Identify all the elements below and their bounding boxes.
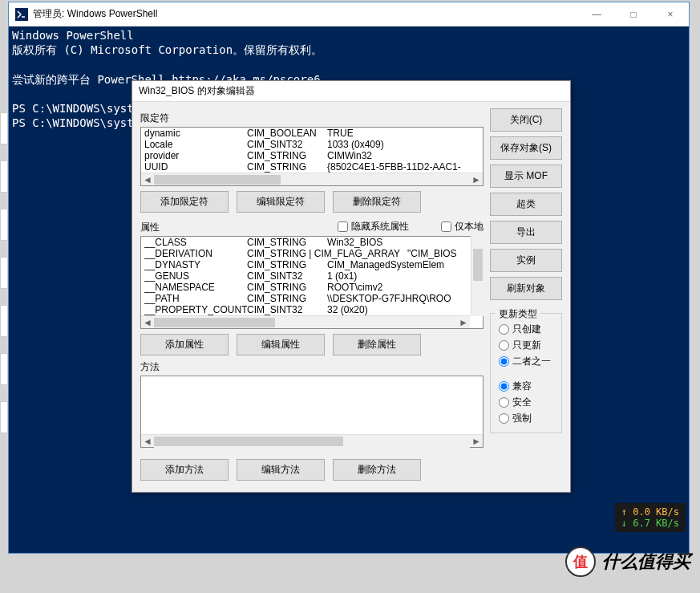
instances-button[interactable]: 实例: [490, 249, 562, 272]
hide-system-checkbox[interactable]: 隐藏系统属性: [338, 220, 409, 234]
list-item: providerCIM_STRINGCIMWin32: [141, 150, 483, 161]
add-property-button[interactable]: 添加属性: [140, 334, 229, 355]
refresh-button[interactable]: 刷新对象: [490, 277, 562, 300]
close-dialog-button[interactable]: 关闭(C): [490, 108, 562, 132]
list-item: __DERIVATIONCIM_STRING | CIM_FLAG_ARRAY"…: [141, 248, 470, 259]
edit-property-button[interactable]: 编辑属性: [237, 334, 325, 355]
list-item: __NAMESPACECIM_STRINGROOT\cimv2: [141, 282, 470, 293]
edit-method-button[interactable]: 编辑方法: [237, 459, 325, 481]
list-item: __PATHCIM_STRING\\DESKTOP-G7FJHRQ\ROO: [141, 293, 470, 304]
list-item: __PROPERTY_COUNTCIM_SINT3232 (0x20): [141, 304, 470, 315]
dialog-title: Win32_BIOS 的对象编辑器: [132, 81, 570, 102]
update-only-radio[interactable]: 只更新: [499, 339, 553, 352]
save-object-button[interactable]: 保存对象(S): [490, 136, 562, 160]
update-type-group: 更新类型 只创建 只更新 二者之一 兼容 安全 强制: [490, 313, 562, 433]
watermark-badge-icon: 值: [565, 546, 596, 577]
scroll-left-icon[interactable]: ◄: [141, 173, 154, 186]
scroll-right-icon[interactable]: ►: [470, 435, 483, 448]
safe-radio[interactable]: 安全: [499, 396, 553, 409]
edit-qualifier-button[interactable]: 编辑限定符: [237, 191, 325, 213]
list-item: __GENUSCIM_SINT321 (0x1): [141, 270, 470, 282]
maximize-button[interactable]: □: [615, 2, 652, 26]
delete-qualifier-button[interactable]: 删除限定符: [333, 191, 421, 213]
qualifiers-label: 限定符: [140, 112, 484, 125]
delete-method-button[interactable]: 删除方法: [333, 459, 421, 481]
methods-label: 方法: [140, 360, 484, 374]
superclass-button[interactable]: 超类: [490, 193, 562, 216]
show-mof-button[interactable]: 显示 MOF: [490, 164, 562, 188]
scroll-left-icon[interactable]: ◄: [141, 435, 154, 448]
delete-property-button[interactable]: 删除属性: [333, 334, 421, 355]
window-title: 管理员: Windows PowerShell: [33, 7, 578, 21]
list-item: UUIDCIM_STRING{8502C4E1-5FBB-11D2-AAC1-: [141, 161, 483, 173]
add-qualifier-button[interactable]: 添加限定符: [140, 191, 229, 213]
network-overlay: ↑ 0.0 KB/s ↓ 6.7 KB/s: [615, 503, 686, 532]
watermark: 值 什么值得买: [565, 546, 690, 577]
add-method-button[interactable]: 添加方法: [140, 459, 229, 481]
properties-label: 属性: [140, 221, 160, 234]
watermark-text: 什么值得买: [602, 550, 690, 574]
powershell-icon: [15, 8, 28, 21]
titlebar: 管理员: Windows PowerShell — □ ×: [9, 2, 689, 26]
list-item: LocaleCIM_SINT321033 (0x409): [141, 139, 483, 150]
properties-listbox[interactable]: __CLASSCIM_STRINGWin32_BIOS __DERIVATION…: [140, 236, 484, 329]
object-editor-dialog: Win32_BIOS 的对象编辑器 限定符 dynamicCIM_BOOLEAN…: [132, 80, 571, 493]
create-only-radio[interactable]: 只创建: [499, 323, 553, 336]
export-button[interactable]: 导出: [490, 221, 562, 244]
scroll-right-icon[interactable]: ►: [470, 173, 483, 186]
compatible-radio[interactable]: 兼容: [499, 380, 553, 393]
qualifiers-listbox[interactable]: dynamicCIM_BOOLEANTRUE LocaleCIM_SINT321…: [140, 127, 484, 186]
scrollbar-horizontal[interactable]: ◄►: [141, 315, 470, 328]
either-radio[interactable]: 二者之一: [499, 355, 553, 368]
minimize-button[interactable]: —: [578, 2, 615, 26]
close-button[interactable]: ×: [652, 2, 689, 26]
methods-listbox[interactable]: ◄►: [140, 376, 484, 448]
scrollbar-horizontal[interactable]: ◄►: [141, 434, 483, 447]
scroll-right-icon[interactable]: ►: [457, 316, 470, 329]
scrollbar-horizontal[interactable]: ◄►: [141, 173, 483, 185]
list-item: __CLASSCIM_STRINGWin32_BIOS: [141, 237, 470, 248]
list-item: dynamicCIM_BOOLEANTRUE: [141, 128, 483, 139]
scroll-left-icon[interactable]: ◄: [141, 316, 154, 329]
local-only-checkbox[interactable]: 仅本地: [441, 220, 484, 234]
force-radio[interactable]: 强制: [499, 412, 553, 425]
download-speed: ↓ 6.7 KB/s: [621, 518, 679, 529]
scrollbar-vertical[interactable]: [471, 236, 484, 316]
list-item: __DYNASTYCIM_STRINGCIM_ManagedSystemElem: [141, 259, 470, 270]
upload-speed: ↑ 0.0 KB/s: [621, 506, 679, 518]
